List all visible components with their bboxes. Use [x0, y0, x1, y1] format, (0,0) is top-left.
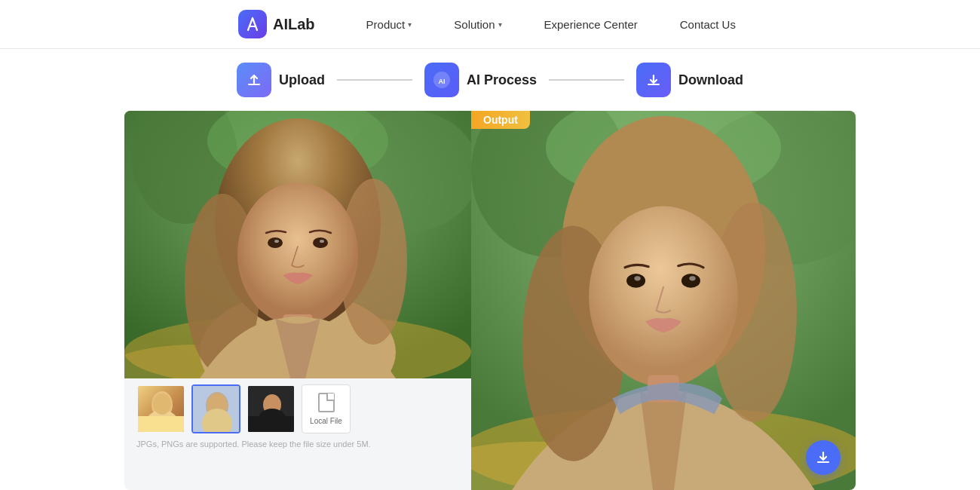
nav-item-experience[interactable]: Experience Center [538, 15, 644, 34]
svg-point-41 [681, 274, 700, 288]
thumbnail-1[interactable] [136, 384, 185, 433]
local-file-label: Local File [310, 417, 342, 425]
svg-point-43 [689, 276, 695, 280]
output-badge: Output [471, 111, 530, 129]
step-line-2 [549, 79, 624, 81]
download-step-icon [636, 63, 671, 97]
logo-area[interactable]: AILab [238, 10, 315, 38]
svg-point-20 [153, 394, 171, 415]
svg-point-39 [589, 207, 738, 387]
svg-text:AI: AI [438, 78, 445, 85]
svg-rect-21 [138, 416, 185, 433]
file-icon [318, 393, 335, 412]
download-button[interactable] [806, 440, 841, 475]
right-panel: Output [471, 111, 856, 490]
upload-step-icon [237, 63, 271, 97]
svg-point-16 [320, 240, 324, 243]
main-content: Local File JPGs, PNGs are supported. Ple… [0, 111, 980, 490]
svg-point-12 [237, 182, 358, 326]
svg-point-42 [634, 276, 640, 280]
step-upload: Upload [237, 63, 325, 97]
step-download: Download [636, 63, 743, 97]
thumbnail-row: Local File [124, 378, 471, 439]
chevron-down-icon: ▾ [408, 20, 412, 29]
input-image [124, 111, 471, 378]
ai-step-label: AI Process [467, 72, 537, 88]
nav-solution-label: Solution [454, 18, 495, 31]
download-step-label: Download [678, 72, 743, 88]
chevron-down-icon: ▾ [498, 20, 502, 29]
navbar: AILab Product ▾ Solution ▾ Experience Ce… [0, 0, 980, 49]
svg-rect-29 [248, 416, 296, 433]
nav-product-label: Product [366, 18, 406, 31]
nav-contact-label: Contact Us [680, 18, 736, 31]
svg-point-13 [268, 237, 283, 248]
svg-point-14 [313, 237, 328, 248]
ai-step-icon: AI [424, 63, 459, 97]
nav-item-solution[interactable]: Solution ▾ [448, 15, 507, 34]
nav-item-contact[interactable]: Contact Us [674, 15, 742, 34]
nav-item-product[interactable]: Product ▾ [360, 15, 418, 34]
logo-icon [238, 10, 267, 38]
hint-text: JPGs, PNGs are supported. Please keep th… [124, 439, 471, 449]
nav-experience-label: Experience Center [544, 18, 638, 31]
logo-text: AILab [273, 16, 315, 33]
thumbnail-3[interactable] [247, 384, 296, 433]
svg-point-40 [626, 274, 645, 288]
thumbnail-2[interactable] [191, 384, 240, 433]
svg-point-15 [274, 240, 279, 243]
left-panel: Local File JPGs, PNGs are supported. Ple… [124, 111, 471, 490]
output-image-area [471, 111, 856, 490]
steps-bar: Upload AI AI Process Download [0, 49, 980, 111]
step-ai: AI AI Process [424, 63, 537, 97]
upload-step-label: Upload [279, 72, 325, 88]
step-line-1 [337, 79, 412, 81]
local-file-button[interactable]: Local File [302, 384, 351, 433]
